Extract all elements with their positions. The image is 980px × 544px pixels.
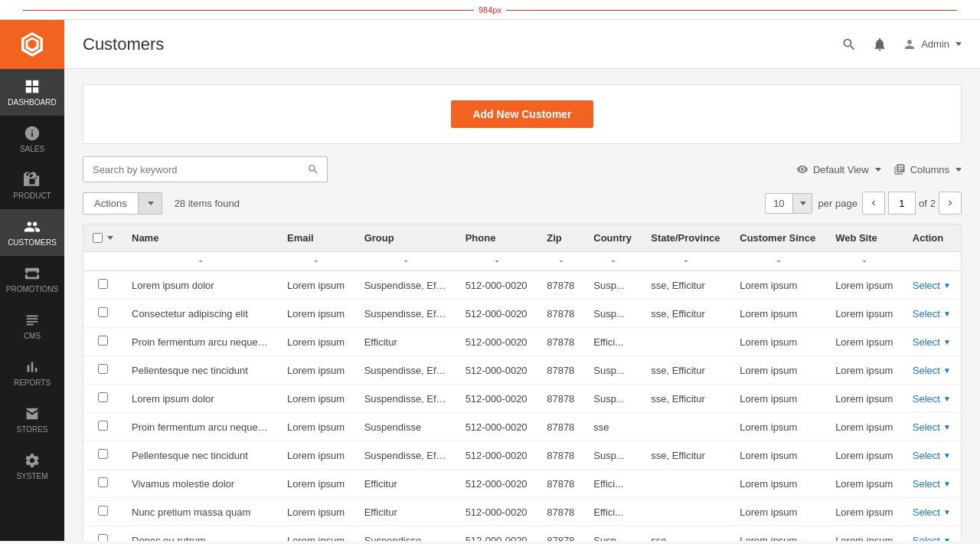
search-button[interactable] <box>299 157 327 182</box>
select-action-link-4[interactable]: Select <box>913 393 940 405</box>
row-checkbox-2[interactable] <box>98 336 108 346</box>
select-action-chevron-6[interactable]: ▼ <box>943 451 951 460</box>
select-action-chevron-4[interactable]: ▼ <box>943 395 951 403</box>
row-country-0: Susp... <box>584 271 642 300</box>
select-action-chevron-8[interactable]: ▼ <box>943 508 951 516</box>
row-checkbox-6[interactable] <box>98 449 108 459</box>
row-zip-0: 87878 <box>537 271 584 300</box>
row-email-6: Lorem ipsum <box>278 441 355 470</box>
row-group-4: Suspendisse, Efficitur <box>355 385 456 413</box>
select-action-link-3[interactable]: Select <box>913 365 940 376</box>
row-checkbox-4[interactable] <box>98 392 108 402</box>
row-checkbox-0[interactable] <box>98 279 108 289</box>
toolbar-right: Default View Columns <box>796 163 962 175</box>
filter-country-icon <box>609 257 618 266</box>
th-country: Country <box>584 224 642 252</box>
select-action-chevron-0[interactable]: ▼ <box>943 281 951 290</box>
row-action-1: Select ▼ <box>903 300 961 328</box>
row-website-6: Lorem ipsum <box>826 441 903 470</box>
filter-name-icon <box>196 257 205 266</box>
row-state-0: sse, Efficitur <box>642 271 730 300</box>
row-website-5: Lorem ipsum <box>826 413 903 441</box>
select-action-link-9[interactable]: Select <box>913 535 940 542</box>
filter-th-email <box>278 252 355 271</box>
sidebar-item-label-cms: CMS <box>24 332 41 340</box>
row-phone-4: 512-000-0020 <box>456 385 538 413</box>
sidebar-item-reports[interactable]: REPORTS <box>0 349 64 396</box>
row-country-5: sse <box>584 413 642 441</box>
select-action-link-8[interactable]: Select <box>913 506 940 518</box>
add-customer-button[interactable]: Add New Customer <box>451 100 593 128</box>
sidebar-item-system[interactable]: SYSTEM <box>0 443 64 490</box>
sidebar-item-label-stores: STORES <box>17 425 48 434</box>
view-selector[interactable]: Default View <box>796 163 881 175</box>
select-action-chevron-3[interactable]: ▼ <box>943 366 951 375</box>
search-header-icon[interactable] <box>841 37 857 52</box>
page-prev-button[interactable] <box>862 192 885 215</box>
th-email: Email <box>278 224 355 252</box>
sidebar-item-cms[interactable]: CMS <box>0 303 64 349</box>
row-since-7: Lorem ipsum <box>730 470 826 498</box>
row-phone-3: 512-000-0020 <box>456 356 538 385</box>
sidebar-item-customers[interactable]: CUSTOMERS <box>0 209 64 256</box>
sidebar-item-product[interactable]: PRODUCT <box>0 162 64 209</box>
row-checkbox-3[interactable] <box>98 364 108 374</box>
search-input[interactable] <box>83 158 299 182</box>
magento-logo-icon <box>18 31 46 58</box>
select-action-chevron-2[interactable]: ▼ <box>943 338 951 346</box>
row-website-4: Lorem ipsum <box>826 385 903 413</box>
notifications-icon[interactable] <box>872 37 887 52</box>
user-name: Admin <box>921 38 949 50</box>
select-action-link-0[interactable]: Select <box>913 280 940 291</box>
row-country-2: Effici... <box>584 328 642 356</box>
select-action-chevron-1[interactable]: ▼ <box>943 310 951 318</box>
row-phone-1: 512-000-0020 <box>456 300 538 328</box>
sidebar-item-stores[interactable]: STORES <box>0 396 64 443</box>
default-view-label: Default View <box>813 164 869 175</box>
checkbox-all-chevron-icon[interactable] <box>107 236 113 240</box>
page-input[interactable] <box>888 192 916 215</box>
page-header: Customers Admin <box>64 20 980 69</box>
actions-chevron-icon <box>148 202 154 205</box>
select-all-checkbox[interactable] <box>93 233 103 243</box>
filter-state-icon <box>681 257 691 266</box>
row-checkbox-9[interactable] <box>98 534 108 541</box>
select-action-link-5[interactable]: Select <box>913 421 940 433</box>
per-page-arrow[interactable] <box>792 194 812 213</box>
sidebar-item-dashboard[interactable]: DASHBOARD <box>0 69 64 116</box>
user-icon <box>903 38 916 51</box>
columns-button[interactable]: Columns <box>893 163 962 175</box>
sidebar-item-promotions[interactable]: PROMOTIONS <box>0 256 64 303</box>
columns-label: Columns <box>910 164 949 175</box>
table-row: Pellentesque nec tincidunt Lorem ipsum S… <box>83 356 961 385</box>
th-checkbox <box>83 224 122 252</box>
filter-th-country <box>584 252 642 271</box>
columns-icon <box>893 163 906 175</box>
row-since-0: Lorem ipsum <box>730 271 826 300</box>
select-action-chevron-5[interactable]: ▼ <box>943 423 951 431</box>
user-menu[interactable]: Admin <box>903 38 962 51</box>
actions-dropdown-arrow[interactable] <box>138 193 162 214</box>
page-next-button[interactable] <box>939 192 962 215</box>
row-checkbox-8[interactable] <box>98 506 108 516</box>
select-action-link-7[interactable]: Select <box>913 478 940 490</box>
select-action-link-2[interactable]: Select <box>913 336 940 348</box>
row-checkbox-1[interactable] <box>98 307 108 317</box>
row-email-8: Lorem ipsum <box>278 498 355 526</box>
row-website-3: Lorem ipsum <box>826 356 903 385</box>
select-action-chevron-7[interactable]: ▼ <box>943 480 951 488</box>
row-checkbox-7[interactable] <box>98 477 108 487</box>
row-checkbox-5[interactable] <box>98 421 108 431</box>
row-email-2: Lorem ipsum <box>278 328 355 356</box>
search-box <box>83 156 328 182</box>
sidebar-item-sales[interactable]: SALES <box>0 116 64 162</box>
sidebar-item-label-reports: REPORTS <box>14 379 51 387</box>
row-checkbox-cell <box>83 271 122 300</box>
select-action-link-6[interactable]: Select <box>913 450 940 461</box>
actions-label[interactable]: Actions <box>83 193 138 214</box>
table-body: Lorem ipsum dolor Lorem ipsum Suspendiss… <box>83 271 961 542</box>
select-action-link-1[interactable]: Select <box>913 308 940 320</box>
customers-table-container: Name Email Group Phone Zip Country State… <box>83 224 962 541</box>
row-website-0: Lorem ipsum <box>826 271 903 300</box>
select-action-chevron-9[interactable]: ▼ <box>943 536 951 542</box>
